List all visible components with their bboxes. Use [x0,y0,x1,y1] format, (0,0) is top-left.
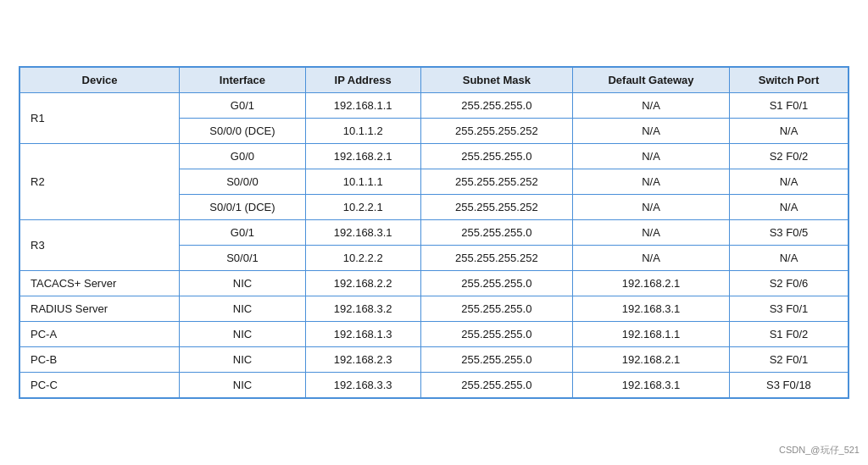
table-row: R3G0/1192.168.3.1255.255.255.0N/AS3 F0/5 [20,220,849,246]
ip-cell: 10.2.2.1 [305,195,420,220]
ip-cell: 192.168.2.3 [305,347,420,373]
gateway-cell: N/A [573,195,730,220]
header-default-gateway: Default Gateway [573,68,730,93]
interface-cell: S0/0/1 [180,246,306,271]
interface-cell: G0/1 [180,220,306,246]
table-row: RADIUS ServerNIC192.168.3.2255.255.255.0… [20,296,849,322]
ip-cell: 10.1.1.1 [305,169,420,195]
gateway-cell: N/A [573,169,730,195]
subnet-cell: 255.255.255.252 [420,195,573,220]
table-row: PC-CNIC192.168.3.3255.255.255.0192.168.3… [20,373,849,398]
gateway-cell: 192.168.3.1 [573,373,730,398]
switch-port-cell: N/A [729,169,848,195]
switch-port-cell: S1 F0/2 [729,322,848,347]
switch-port-cell: N/A [729,119,848,144]
switch-port-cell: N/A [729,195,848,220]
subnet-cell: 255.255.255.0 [420,93,573,119]
interface-cell: S0/0/0 (DCE) [180,119,306,144]
gateway-cell: N/A [573,93,730,119]
gateway-cell: N/A [573,246,730,271]
header-interface: Interface [180,68,306,93]
network-table: Device Interface IP Address Subnet Mask … [19,66,849,399]
ip-cell: 10.2.2.2 [305,246,420,271]
switch-port-cell: S2 F0/1 [729,347,848,373]
switch-port-cell: S1 F0/1 [729,93,848,119]
device-cell: PC-B [20,347,180,373]
gateway-cell: 192.168.2.1 [573,271,730,296]
subnet-cell: 255.255.255.252 [420,246,573,271]
device-cell: RADIUS Server [20,296,180,322]
subnet-cell: 255.255.255.0 [420,347,573,373]
ip-cell: 192.168.2.2 [305,271,420,296]
header-switch-port: Switch Port [729,68,848,93]
switch-port-cell: S3 F0/1 [729,296,848,322]
subnet-cell: 255.255.255.0 [420,373,573,398]
table-row: PC-ANIC192.168.1.3255.255.255.0192.168.1… [20,322,849,347]
interface-cell: G0/1 [180,93,306,119]
watermark: CSDN_@玩仔_521 [779,444,860,457]
switch-port-cell: S2 F0/2 [729,144,848,169]
subnet-cell: 255.255.255.0 [420,220,573,246]
ip-cell: 192.168.1.1 [305,93,420,119]
header-row: Device Interface IP Address Subnet Mask … [20,68,849,93]
interface-cell: NIC [180,296,306,322]
table-row: PC-BNIC192.168.2.3255.255.255.0192.168.2… [20,347,849,373]
device-cell: R3 [20,220,180,271]
header-device: Device [20,68,180,93]
device-cell: PC-C [20,373,180,398]
gateway-cell: 192.168.2.1 [573,347,730,373]
subnet-cell: 255.255.255.0 [420,144,573,169]
table-body: R1G0/1192.168.1.1255.255.255.0N/AS1 F0/1… [20,93,849,398]
device-cell: R1 [20,93,180,144]
subnet-cell: 255.255.255.0 [420,322,573,347]
gateway-cell: 192.168.3.1 [573,296,730,322]
switch-port-cell: S3 F0/18 [729,373,848,398]
interface-cell: NIC [180,271,306,296]
ip-cell: 10.1.1.2 [305,119,420,144]
device-cell: TACACS+ Server [20,271,180,296]
header-ip-address: IP Address [305,68,420,93]
device-cell: PC-A [20,322,180,347]
table-row: R2G0/0192.168.2.1255.255.255.0N/AS2 F0/2 [20,144,849,169]
interface-cell: NIC [180,347,306,373]
header-subnet-mask: Subnet Mask [420,68,573,93]
interface-cell: NIC [180,373,306,398]
gateway-cell: N/A [573,144,730,169]
gateway-cell: 192.168.1.1 [573,322,730,347]
ip-cell: 192.168.1.3 [305,322,420,347]
subnet-cell: 255.255.255.0 [420,271,573,296]
subnet-cell: 255.255.255.0 [420,296,573,322]
switch-port-cell: S3 F0/5 [729,220,848,246]
gateway-cell: N/A [573,220,730,246]
switch-port-cell: N/A [729,246,848,271]
table-row: R1G0/1192.168.1.1255.255.255.0N/AS1 F0/1 [20,93,849,119]
ip-cell: 192.168.3.1 [305,220,420,246]
switch-port-cell: S2 F0/6 [729,271,848,296]
ip-cell: 192.168.2.1 [305,144,420,169]
ip-cell: 192.168.3.3 [305,373,420,398]
subnet-cell: 255.255.255.252 [420,119,573,144]
interface-cell: NIC [180,322,306,347]
table-row: TACACS+ ServerNIC192.168.2.2255.255.255.… [20,271,849,296]
device-cell: R2 [20,144,180,220]
gateway-cell: N/A [573,119,730,144]
ip-cell: 192.168.3.2 [305,296,420,322]
interface-cell: S0/0/0 [180,169,306,195]
subnet-cell: 255.255.255.252 [420,169,573,195]
interface-cell: S0/0/1 (DCE) [180,195,306,220]
interface-cell: G0/0 [180,144,306,169]
